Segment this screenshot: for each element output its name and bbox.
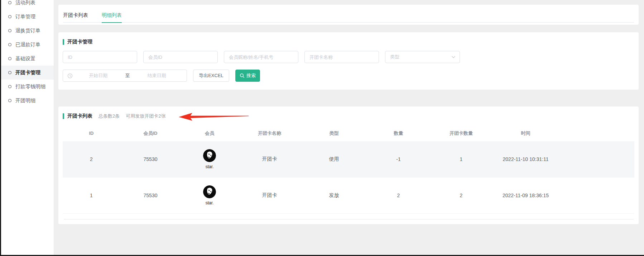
red-arrow-annotation [178,112,249,122]
circle-bullet-icon [8,71,11,74]
tab-label: 明细列表 [102,12,122,19]
member-name: star. [206,200,214,205]
circle-bullet-icon [8,15,11,18]
sidebar-item-label: 开团明细 [15,98,35,104]
circle-bullet-icon [8,99,11,102]
table-header-cell: 开团卡名称 [238,130,301,137]
table-row: 2 75530 star. 开团卡 使用 [63,141,634,177]
circle-bullet-icon [8,43,11,46]
sidebar: 活动列表 订单管理 退换货订单 已退款订单 基础设置 [0,0,54,255]
sidebar-item-label: 已退款订单 [15,42,40,48]
filter-text-input[interactable] [304,51,379,63]
window-edge-left [0,0,1,256]
cell-member: star. [181,177,238,213]
filter-row-1: 类型 [63,51,634,63]
pagination-divider [64,219,634,219]
table-header-cell: 类型 [301,130,367,137]
sidebar-item[interactable]: 活动列表 [0,0,54,10]
cell-type: 发放 [301,177,367,213]
filter-text-input[interactable] [224,51,298,63]
sidebar-item[interactable]: 开团卡管理 [0,66,54,80]
sidebar-item-label: 开团卡管理 [15,70,40,76]
end-date-input[interactable]: 结束日期 [131,72,183,79]
table-header-cell: 会员 [181,130,238,137]
cell-time: 2022-11-10 10:31:11 [492,141,559,177]
type-select-placeholder: 类型 [390,54,399,60]
sidebar-item[interactable]: 基础设置 [0,52,54,66]
table-body: 2 75530 star. 开团卡 使用 [63,141,634,214]
cell-id: 2 [63,141,120,177]
search-button-label: 搜索 [246,72,256,79]
date-range-separator: 至 [124,72,131,79]
tab[interactable]: 明细列表 [102,5,122,23]
table-row: 1 75530 star. 开团卡 发放 [63,177,634,214]
cell-type: 使用 [301,141,367,177]
table-header-cell: ID [63,131,120,136]
search-button[interactable]: 搜索 [235,70,260,82]
filter-row-2: 开始日期 至 结束日期 导出EXCEL 搜索 [63,70,634,82]
list-available-count: 可用发放开团卡2张 [126,113,165,119]
filter-text-input[interactable] [143,51,218,63]
tabs-card: 开团卡列表 明细列表 [58,5,639,25]
export-excel-button[interactable]: 导出EXCEL [193,70,229,82]
table-header-cell: 开团卡数量 [430,130,492,137]
table-header: ID 会员ID 会员 开团卡名称 类型 数量 开团卡数量 时间 [63,125,634,141]
cell-card-count: 2 [430,177,492,213]
cell-member-id: 75530 [120,141,181,177]
cell-card-name: 开团卡 [238,177,301,213]
cell-quantity: -1 [367,141,430,177]
tab-label: 开团卡列表 [63,12,88,19]
table-header-cell: 时间 [492,130,559,137]
date-range-picker[interactable]: 开始日期 至 结束日期 [63,70,187,82]
sidebar-item-label: 退换货订单 [15,28,40,34]
cell-time: 2022-11-09 18:36:15 [492,177,559,213]
list-total-count: 总条数2条 [98,113,120,119]
member-name: star. [206,164,214,169]
cell-card-count: 1 [430,141,492,177]
cell-member-id: 75530 [120,177,181,213]
filter-card: 开团卡管理 类型 开始日期 至 [58,32,639,90]
sidebar-item[interactable]: 打款零钱明细 [0,80,54,94]
list-section-title: 开团卡列表 [67,113,92,119]
sidebar-item-label: 基础设置 [15,56,35,62]
filter-section-title: 开团卡管理 [67,39,92,45]
table-header-cell: 数量 [367,130,430,137]
section-accent-bar [63,39,64,45]
sidebar-item-label: 订单管理 [15,14,35,20]
filter-text-input[interactable] [63,51,137,63]
circle-bullet-icon [8,57,11,60]
tab-bar-divider [63,22,634,23]
circle-bullet-icon [8,1,11,4]
sidebar-item-label: 活动列表 [15,0,35,6]
sidebar-menu: 活动列表 订单管理 退换货订单 已退款订单 基础设置 [0,0,54,108]
cell-quantity: 2 [367,177,430,213]
sidebar-item[interactable]: 退换货订单 [0,24,54,38]
cell-member: star. [181,141,238,177]
chevron-down-icon [451,54,456,60]
type-select[interactable]: 类型 [385,51,460,63]
cell-card-name: 开团卡 [238,141,301,177]
section-accent-bar [63,113,64,119]
clock-icon [67,73,73,79]
magnifier-icon [240,73,245,78]
member-avatar [203,149,216,162]
circle-bullet-icon [8,85,11,88]
table-header-cell: 会员ID [120,130,181,137]
start-date-input[interactable]: 开始日期 [73,72,124,79]
list-card: 开团卡列表 总条数2条 可用发放开团卡2张 ID 会员ID 会员 开团卡名称 类… [58,106,639,224]
sidebar-item-label: 打款零钱明细 [15,84,45,90]
tab[interactable]: 开团卡列表 [63,5,88,23]
circle-bullet-icon [8,29,11,32]
sidebar-item[interactable]: 开团明细 [0,94,54,108]
sidebar-item[interactable]: 订单管理 [0,10,54,24]
sidebar-item[interactable]: 已退款订单 [0,38,54,52]
cell-id: 1 [63,177,120,213]
member-avatar [203,185,216,198]
tab-bar: 开团卡列表 明细列表 [58,5,639,25]
